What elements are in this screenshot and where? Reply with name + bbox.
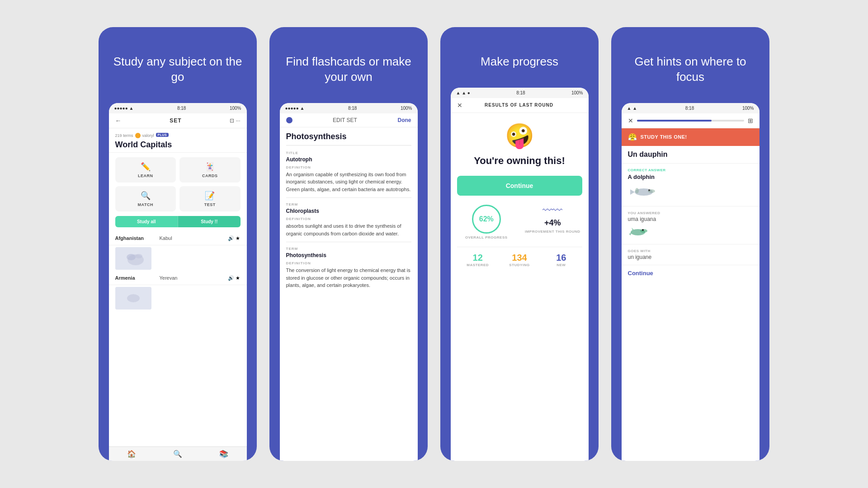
progress-body: 🤪 You're owning this! Continue 62% OVERA… — [451, 113, 589, 461]
cards-label: CARDS — [202, 174, 218, 178]
fc-divider-2 — [286, 242, 411, 242]
svg-point-5 — [127, 294, 140, 302]
learn-mode-btn[interactable]: ✏️ LEARN — [115, 157, 176, 183]
fc-def-label-0: DEFINITION — [286, 165, 411, 169]
fc-def-label-2: DEFINITION — [286, 261, 411, 265]
overall-stat: 62% OVERALL PROGRESS — [457, 205, 516, 239]
continue-button[interactable]: Continue — [457, 176, 582, 196]
test-mode-btn[interactable]: 📝 TEST — [179, 186, 241, 211]
hints-header: ✕ ⊞ — [622, 113, 760, 128]
phone-frame-3: ▲ ▲ ● 8:18 100% ✕ RESULTS OF LAST ROUND … — [451, 88, 589, 461]
fc-term-2: Photosynthesis — [286, 252, 411, 258]
study-modes: ✏️ LEARN 🃏 CARDS 🔍 MATCH 📝 TEST — [109, 153, 247, 216]
results-title: RESULTS OF LAST ROUND — [485, 103, 553, 108]
mastered-count: 12 — [457, 253, 499, 263]
overall-circle: 62% — [472, 205, 501, 234]
signal-dots-4: ▲ ▲ — [627, 106, 637, 111]
svg-point-2 — [127, 254, 136, 260]
svg-point-3 — [135, 254, 142, 258]
cards-mode-btn[interactable]: 🃏 CARDS — [179, 157, 241, 183]
progress-header: ✕ RESULTS OF LAST ROUND — [451, 98, 589, 113]
map-svg-1 — [115, 247, 151, 270]
study-starred-btn[interactable]: Study !! — [178, 216, 241, 227]
card3-title: Make progress — [467, 27, 572, 83]
battery-1: 100% — [230, 106, 241, 111]
vocab-map-1 — [115, 247, 151, 270]
time-4: 8:18 — [685, 106, 694, 111]
owning-headline: You're owning this! — [474, 155, 565, 167]
study-this-banner: 😤 STUDY THIS ONE! — [622, 128, 760, 146]
svg-marker-8 — [630, 189, 635, 195]
hint-goes-with-section: GOES WITH un iguane — [622, 244, 760, 265]
signal-dots-2: ●●●●● ▲ — [285, 106, 305, 111]
test-label: TEST — [204, 202, 216, 207]
vocab-list: Afghanistan Kabul 🔊 ★ Armenia Yerevan � — [109, 232, 247, 446]
overall-label: OVERALL PROGRESS — [465, 235, 508, 239]
time-3: 8:18 — [516, 90, 525, 95]
hints-body: 😤 STUDY THIS ONE! Un dauphin CORRECT ANS… — [622, 128, 760, 461]
mastered-label: MASTERED — [457, 263, 499, 267]
grid-icon[interactable]: ⊞ — [748, 117, 753, 124]
bottom-bar-1: 🏠 🔍 📚 — [109, 446, 247, 461]
feature-card-4: Get hints on where to focus ▲ ▲ 8:18 100… — [611, 27, 769, 461]
cards-icon: 🃏 — [205, 162, 215, 172]
card1-title: Study any subject on the go — [99, 27, 257, 99]
iguana-svg — [628, 224, 648, 238]
study-buttons: Study all Study !! — [115, 216, 241, 227]
signal-dots: ●●●●● ▲ — [114, 106, 134, 111]
match-mode-btn[interactable]: 🔍 MATCH — [115, 186, 176, 211]
bottom-stats: 12 MASTERED 134 STUDYING 16 NEW — [457, 247, 582, 267]
home-icon[interactable]: 🏠 — [127, 450, 136, 458]
fc-def-label-1: DEFINITION — [286, 217, 411, 221]
you-answered-label: YOU ANSWERED — [628, 211, 753, 215]
match-icon: 🔍 — [141, 191, 151, 201]
hints-close-icon[interactable]: ✕ — [628, 117, 633, 124]
card2-title: Find flashcards or make your own — [269, 27, 428, 99]
fc-def-2: The conversion of light energy to chemic… — [286, 267, 411, 289]
svg-point-15 — [642, 229, 644, 231]
vocab-def-2: Yerevan — [160, 275, 225, 281]
hint-continue-link[interactable]: Continue — [622, 265, 760, 281]
time-2: 8:18 — [348, 106, 357, 111]
fc-def-0: An organism capable of synthesizing its … — [286, 171, 411, 193]
status-bar-4: ▲ ▲ 8:18 100% — [622, 103, 760, 113]
library-icon[interactable]: 📚 — [219, 450, 228, 458]
study-all-btn[interactable]: Study all — [115, 216, 178, 227]
fc-nav-title: EDIT SET — [333, 117, 357, 123]
studying-count: 134 — [499, 253, 540, 263]
feature-card-1: Study any subject on the go ●●●●● ▲ 8:18… — [99, 27, 257, 461]
status-bar-1: ●●●●● ▲ 8:18 100% — [109, 103, 247, 113]
phone-frame-2: ●●●●● ▲ 8:18 100% EDIT SET Done Photosyn… — [280, 103, 418, 461]
studying-label: STUDYING — [499, 263, 540, 267]
dolphin-image — [628, 183, 655, 199]
svg-point-12 — [640, 229, 647, 233]
fc-main-title: Photosynthesis — [286, 132, 411, 145]
learn-icon: ✏️ — [141, 162, 151, 172]
battery-4: 100% — [742, 106, 754, 111]
status-bar-2: ●●●●● ▲ 8:18 100% — [280, 103, 418, 113]
improvement-stat: 〰〰 +4% IMPROVEMENT THIS ROUND — [523, 205, 582, 239]
set-info: 219 terms valoryl PLUS World Capitals — [109, 128, 247, 153]
circle-icon — [286, 117, 292, 123]
correct-answer: A dolphin — [628, 174, 753, 180]
vocab-term-2: Armenia — [115, 275, 156, 281]
fc-done-btn[interactable]: Done — [397, 117, 411, 123]
username: valoryl — [142, 133, 154, 138]
vocab-def-1: Kabul — [160, 235, 225, 241]
close-icon[interactable]: ✕ — [457, 102, 462, 109]
search-icon[interactable]: 🔍 — [173, 450, 182, 458]
svg-point-9 — [635, 188, 639, 193]
set-title: World Capitals — [115, 140, 241, 150]
map-svg-2 — [115, 287, 151, 310]
iguana-image — [628, 224, 648, 238]
fc-divider-1 — [286, 197, 411, 198]
test-icon: 📝 — [205, 191, 215, 201]
wrong-answer: uma iguana — [628, 216, 753, 222]
studying-stat: 134 STUDYING — [499, 253, 540, 267]
back-arrow-icon[interactable]: ← — [115, 117, 122, 124]
flashcard-content: Photosynthesis TITLE Autotroph DEFINITIO… — [280, 127, 418, 461]
fc-def-1: absorbs sunlight and uses it to drive th… — [286, 222, 411, 237]
hint-wrong-section: YOU ANSWERED uma iguana — [622, 206, 760, 244]
study-this-text: STUDY THIS ONE! — [641, 134, 687, 140]
fc-label-title: TITLE — [286, 151, 411, 155]
